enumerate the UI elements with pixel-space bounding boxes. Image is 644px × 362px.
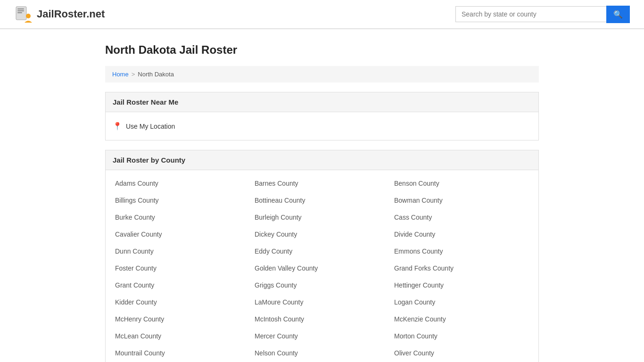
county-link[interactable]: LaMoure County <box>252 294 392 311</box>
breadcrumb-current: North Dakota <box>138 71 174 78</box>
search-button[interactable]: 🔍 <box>606 6 630 23</box>
county-link[interactable]: Burleigh County <box>252 209 392 226</box>
county-link[interactable]: Divide County <box>392 226 531 243</box>
page-title: North Dakota Jail Roster <box>105 43 539 57</box>
main-content: North Dakota Jail Roster Home > North Da… <box>96 43 548 362</box>
county-link[interactable]: Golden Valley County <box>252 260 392 277</box>
county-link[interactable]: Burke County <box>113 209 252 226</box>
county-link[interactable]: Nelson County <box>252 345 392 362</box>
near-me-body: 📍 Use My Location <box>106 112 538 140</box>
county-link[interactable]: McIntosh County <box>252 311 392 328</box>
county-link[interactable]: Mercer County <box>252 328 392 345</box>
use-location-label: Use My Location <box>126 123 175 130</box>
breadcrumb-home[interactable]: Home <box>112 71 129 78</box>
county-link[interactable]: McHenry County <box>113 311 252 328</box>
county-link[interactable]: Kidder County <box>113 294 252 311</box>
county-link[interactable]: Billings County <box>113 192 252 209</box>
breadcrumb-separator: > <box>132 71 135 78</box>
county-link[interactable]: Logan County <box>392 294 531 311</box>
site-header: JailRoster.net 🔍 <box>0 0 644 29</box>
county-link[interactable]: Grand Forks County <box>392 260 531 277</box>
county-link[interactable]: Morton County <box>392 328 531 345</box>
county-link[interactable]: Cavalier County <box>113 226 252 243</box>
county-link[interactable]: Dickey County <box>252 226 392 243</box>
county-link[interactable]: Emmons County <box>392 243 531 260</box>
use-location-button[interactable]: 📍 Use My Location <box>113 122 531 131</box>
county-link[interactable]: Foster County <box>113 260 252 277</box>
search-input[interactable] <box>455 6 606 22</box>
county-link[interactable]: Benson County <box>392 175 531 192</box>
svg-rect-1 <box>17 8 24 9</box>
svg-rect-3 <box>17 12 22 13</box>
county-link[interactable]: Eddy County <box>252 243 392 260</box>
county-link[interactable]: Mountrail County <box>113 345 252 362</box>
county-link[interactable]: Cass County <box>392 209 531 226</box>
county-link[interactable]: McKenzie County <box>392 311 531 328</box>
search-bar: 🔍 <box>455 6 630 23</box>
svg-rect-2 <box>17 10 24 11</box>
county-link[interactable]: Adams County <box>113 175 252 192</box>
svg-point-4 <box>26 14 31 18</box>
county-link[interactable]: Grant County <box>113 277 252 294</box>
county-grid: Adams CountyBarnes CountyBenson CountyBi… <box>106 170 538 362</box>
county-link[interactable]: Hettinger County <box>392 277 531 294</box>
county-link[interactable]: McLean County <box>113 328 252 345</box>
search-icon: 🔍 <box>613 10 623 18</box>
county-section-header: Jail Roster by County <box>106 150 538 170</box>
breadcrumb: Home > North Dakota <box>105 66 539 82</box>
county-link[interactable]: Oliver County <box>392 345 531 362</box>
near-me-section: Jail Roster Near Me 📍 Use My Location <box>105 92 539 140</box>
county-link[interactable]: Bowman County <box>392 192 531 209</box>
county-link[interactable]: Barnes County <box>252 175 392 192</box>
county-link[interactable]: Dunn County <box>113 243 252 260</box>
logo-text: JailRoster.net <box>37 8 105 20</box>
county-section: Jail Roster by County Adams CountyBarnes… <box>105 150 539 362</box>
logo-icon <box>14 5 33 24</box>
pin-icon: 📍 <box>113 122 122 131</box>
county-link[interactable]: Bottineau County <box>252 192 392 209</box>
near-me-header: Jail Roster Near Me <box>106 92 538 112</box>
logo[interactable]: JailRoster.net <box>14 5 105 24</box>
county-link[interactable]: Griggs County <box>252 277 392 294</box>
